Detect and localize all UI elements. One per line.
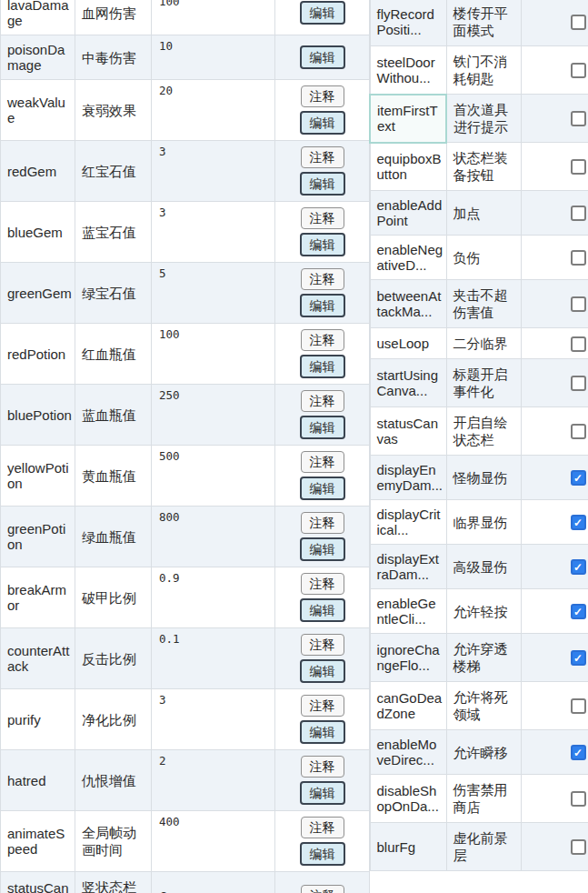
- edit-button[interactable]: 编辑: [300, 233, 345, 256]
- flag-checkbox[interactable]: [571, 515, 586, 530]
- field-label-text: 反击比例: [82, 651, 136, 667]
- row-count-select[interactable]: 3: [159, 888, 273, 893]
- field-key: enableAddPoint: [370, 191, 446, 236]
- comment-button[interactable]: 注释: [301, 512, 344, 534]
- flag-checkbox[interactable]: [571, 63, 586, 78]
- comment-button[interactable]: 注释: [301, 885, 344, 893]
- row-actions: 注释编辑: [275, 567, 370, 628]
- edit-button[interactable]: 编辑: [300, 1, 345, 25]
- flag-checkbox[interactable]: [571, 15, 586, 30]
- edit-button[interactable]: 编辑: [300, 45, 345, 69]
- flag-value: [521, 0, 588, 46]
- field-label-text: 破甲比例: [82, 590, 136, 606]
- edit-button[interactable]: 编辑: [300, 842, 345, 866]
- field-value-text: 0.1: [159, 632, 180, 646]
- flag-checkbox[interactable]: [571, 839, 586, 855]
- flag-checkbox[interactable]: [571, 159, 586, 175]
- field-key-text: animateSpeed: [7, 826, 65, 857]
- field-label: 全局帧动画时间: [75, 811, 152, 872]
- flag-checkbox[interactable]: [571, 604, 586, 619]
- field-key-text: redGem: [7, 164, 56, 179]
- row-actions: 注释编辑: [275, 263, 370, 324]
- field-label: 血网伤害: [75, 0, 152, 35]
- flag-checkbox[interactable]: [571, 250, 586, 266]
- flag-checkbox[interactable]: [571, 470, 586, 486]
- comment-button[interactable]: 注释: [301, 85, 344, 107]
- field-key: weakValue: [1, 80, 75, 141]
- field-key: equipboxButton: [370, 143, 446, 191]
- field-key-text: weakValue: [7, 95, 65, 125]
- edit-button[interactable]: 编辑: [300, 416, 345, 439]
- comment-button[interactable]: 注释: [301, 329, 344, 351]
- field-key-text: statusCanvas: [377, 416, 439, 446]
- field-label-text: 楼传开平面模式: [453, 5, 508, 38]
- comment-button[interactable]: 注释: [301, 268, 344, 290]
- flag-value: [521, 682, 588, 730]
- field-key: lavaDamage: [1, 0, 75, 35]
- field-label-text: 高级显伤: [453, 559, 508, 575]
- field-value: 3: [152, 689, 275, 750]
- comment-button[interactable]: 注释: [301, 390, 344, 412]
- table-row: canGoDeadZone允许将死领域: [370, 682, 588, 730]
- edit-button[interactable]: 编辑: [300, 659, 345, 683]
- field-label-text: 蓝血瓶值: [82, 407, 136, 423]
- flag-value: [521, 46, 588, 95]
- flag-value: [521, 823, 588, 871]
- comment-button[interactable]: 注释: [301, 634, 344, 656]
- comment-button[interactable]: 注释: [301, 146, 344, 168]
- flag-checkbox[interactable]: [571, 559, 586, 575]
- edit-button[interactable]: 编辑: [300, 111, 345, 135]
- field-key-text: statusCanvasRow...: [7, 880, 69, 893]
- comment-button[interactable]: 注释: [301, 451, 344, 473]
- field-label-text: 铁门不消耗钥匙: [453, 54, 508, 86]
- field-key: purify: [1, 689, 75, 750]
- field-key-text: greenGem: [7, 286, 72, 301]
- field-key: ignoreChangeFlo...: [370, 634, 446, 682]
- field-key-text: greenPotion: [7, 521, 65, 552]
- flag-checkbox[interactable]: [571, 376, 586, 391]
- flag-value: [521, 775, 588, 823]
- comment-button[interactable]: 注释: [301, 207, 344, 229]
- edit-button[interactable]: 编辑: [300, 294, 345, 317]
- flag-checkbox[interactable]: [571, 650, 586, 666]
- comment-button[interactable]: 注释: [301, 695, 344, 717]
- field-key-text: displayExtraDam...: [377, 551, 439, 582]
- edit-button[interactable]: 编辑: [300, 537, 345, 561]
- comment-button[interactable]: 注释: [301, 817, 344, 838]
- flag-value: [521, 500, 588, 545]
- row-actions: 注释编辑: [275, 628, 370, 689]
- flag-checkbox[interactable]: [571, 296, 586, 312]
- field-key: animateSpeed: [1, 811, 75, 872]
- table-row: displayEnemyDam...怪物显伤: [370, 456, 588, 500]
- edit-button[interactable]: 编辑: [300, 720, 345, 744]
- comment-button[interactable]: 注释: [301, 756, 344, 778]
- table-row: statusCanvas开启自绘状态栏: [370, 407, 588, 456]
- flag-toggles-table: flyRecordPositi...楼传开平面模式steelDoorWithou…: [369, 0, 588, 871]
- edit-button[interactable]: 编辑: [300, 598, 345, 622]
- flag-checkbox[interactable]: [571, 206, 586, 221]
- row-actions: 注释编辑: [275, 446, 370, 507]
- flag-checkbox[interactable]: [571, 336, 586, 352]
- table-row: hatred仇恨增值2注释编辑: [1, 750, 370, 811]
- field-key-text: disableShopOnDa...: [377, 783, 439, 814]
- field-key: useLoop: [370, 328, 446, 359]
- field-key: bluePotion: [1, 385, 75, 446]
- field-key-text: enableAddPoint: [377, 197, 443, 228]
- edit-button[interactable]: 编辑: [300, 172, 345, 196]
- flag-checkbox[interactable]: [571, 424, 586, 439]
- field-key: displayEnemyDam...: [370, 456, 446, 500]
- flag-checkbox[interactable]: [571, 791, 586, 807]
- flag-checkbox[interactable]: [571, 745, 586, 760]
- field-label-text: 伤害禁用商店: [453, 782, 508, 815]
- flag-checkbox[interactable]: [571, 698, 586, 714]
- comment-button[interactable]: 注释: [301, 573, 344, 595]
- flag-checkbox[interactable]: [571, 111, 586, 126]
- row-actions: 注释编辑: [275, 689, 370, 750]
- chevron-down-icon: [256, 889, 265, 893]
- edit-button[interactable]: 编辑: [300, 781, 345, 805]
- edit-button[interactable]: 编辑: [300, 477, 345, 500]
- field-label: 净化比例: [75, 689, 152, 750]
- field-key: displayCritical...: [370, 500, 446, 545]
- edit-button[interactable]: 编辑: [300, 355, 345, 378]
- field-key-text: counterAttack: [7, 643, 69, 674]
